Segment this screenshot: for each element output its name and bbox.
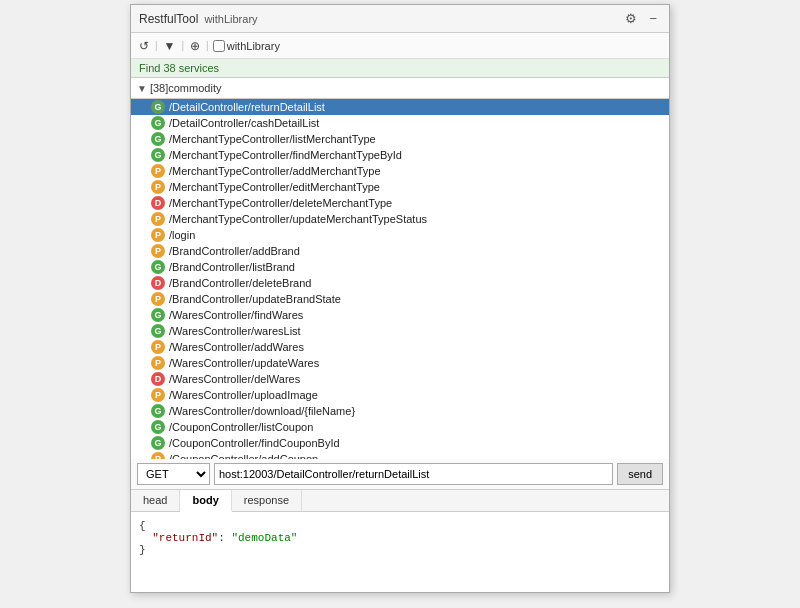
list-item[interactable]: G/WaresController/download/{fileName} <box>131 403 669 419</box>
service-path: /MerchantTypeController/findMerchantType… <box>169 149 402 161</box>
list-item[interactable]: D/BrandController/deleteBrand <box>131 275 669 291</box>
service-path: /CouponController/findCouponById <box>169 437 340 449</box>
search-bar: Find 38 services <box>131 59 669 78</box>
toolbar: ↺ | ▼ | ⊕ | withLibrary <box>131 33 669 59</box>
method-badge: P <box>151 244 165 258</box>
tree-section: ▼ [38]commodity <box>131 78 669 99</box>
separator-1: | <box>155 40 158 51</box>
method-badge: D <box>151 196 165 210</box>
method-badge: P <box>151 388 165 402</box>
method-badge: P <box>151 180 165 194</box>
with-library-toolbar-label: withLibrary <box>227 40 280 52</box>
app-title: RestfulTool <box>139 12 198 26</box>
method-select[interactable]: GET POST PUT DELETE <box>137 463 210 485</box>
tab-head[interactable]: head <box>131 490 180 511</box>
method-badge: P <box>151 292 165 306</box>
service-path: /BrandController/listBrand <box>169 261 295 273</box>
service-path: /MerchantTypeController/listMerchantType <box>169 133 376 145</box>
method-badge: G <box>151 116 165 130</box>
tab-body[interactable]: body <box>180 490 231 512</box>
list-item[interactable]: P/BrandController/addBrand <box>131 243 669 259</box>
method-badge: D <box>151 276 165 290</box>
list-item[interactable]: G/CouponController/listCoupon <box>131 419 669 435</box>
list-item[interactable]: G/WaresController/waresList <box>131 323 669 339</box>
titlebar-actions: ⚙ − <box>621 11 661 26</box>
send-button[interactable]: send <box>617 463 663 485</box>
list-item[interactable]: P/WaresController/uploadImage <box>131 387 669 403</box>
url-input[interactable] <box>214 463 613 485</box>
service-path: /BrandController/updateBrandState <box>169 293 341 305</box>
list-item[interactable]: G/DetailController/returnDetailList <box>131 99 669 115</box>
json-colon: : <box>218 532 231 544</box>
list-item[interactable]: P/MerchantTypeController/updateMerchantT… <box>131 211 669 227</box>
list-item[interactable]: G/CouponController/findCouponById <box>131 435 669 451</box>
settings-button[interactable]: ⚙ <box>621 11 641 26</box>
list-item[interactable]: G/MerchantTypeController/listMerchantTyp… <box>131 131 669 147</box>
scan-icon[interactable]: ⊕ <box>188 38 202 54</box>
method-badge: G <box>151 436 165 450</box>
service-path: /MerchantTypeController/updateMerchantTy… <box>169 213 427 225</box>
service-list: G/DetailController/returnDetailListG/Det… <box>131 99 669 459</box>
service-path: /DetailController/cashDetailList <box>169 117 319 129</box>
json-key-returnid: "returnId" <box>139 532 218 544</box>
with-library-checkbox[interactable] <box>213 40 225 52</box>
service-path: /BrandController/deleteBrand <box>169 277 311 289</box>
service-path: /WaresController/download/{fileName} <box>169 405 355 417</box>
method-badge: G <box>151 420 165 434</box>
list-item[interactable]: P/MerchantTypeController/addMerchantType <box>131 163 669 179</box>
json-val-returnid: "demoData" <box>231 532 297 544</box>
list-item[interactable]: G/DetailController/cashDetailList <box>131 115 669 131</box>
service-path: /CouponController/listCoupon <box>169 421 313 433</box>
tree-group-header[interactable]: ▼ [38]commodity <box>131 80 669 96</box>
with-library-label: withLibrary <box>204 13 257 25</box>
method-badge: P <box>151 212 165 226</box>
service-path: /MerchantTypeController/editMerchantType <box>169 181 380 193</box>
with-library-toggle[interactable]: withLibrary <box>213 40 280 52</box>
service-path: /WaresController/delWares <box>169 373 300 385</box>
method-badge: P <box>151 340 165 354</box>
titlebar-left: RestfulTool withLibrary <box>139 12 258 26</box>
list-item[interactable]: P/MerchantTypeController/editMerchantTyp… <box>131 179 669 195</box>
request-bar: GET POST PUT DELETE send <box>131 459 669 490</box>
service-path: /WaresController/uploadImage <box>169 389 318 401</box>
tree-arrow-icon: ▼ <box>137 83 147 94</box>
method-badge: G <box>151 404 165 418</box>
separator-2: | <box>182 40 185 51</box>
method-badge: P <box>151 164 165 178</box>
service-path: /MerchantTypeController/deleteMerchantTy… <box>169 197 392 209</box>
list-item[interactable]: P/WaresController/updateWares <box>131 355 669 371</box>
service-path: /WaresController/addWares <box>169 341 304 353</box>
method-badge: D <box>151 372 165 386</box>
json-line-2: "returnId": "demoData" <box>139 532 661 544</box>
service-path: /WaresController/updateWares <box>169 357 319 369</box>
service-path: /WaresController/waresList <box>169 325 301 337</box>
refresh-icon[interactable]: ↺ <box>137 38 151 54</box>
method-badge: G <box>151 132 165 146</box>
method-badge: G <box>151 260 165 274</box>
tree-group-label: [38]commodity <box>150 82 222 94</box>
method-badge: P <box>151 356 165 370</box>
method-badge: P <box>151 228 165 242</box>
method-badge: G <box>151 100 165 114</box>
method-badge: G <box>151 324 165 338</box>
tab-response[interactable]: response <box>232 490 302 511</box>
search-result-label: Find 38 services <box>139 62 219 74</box>
list-item[interactable]: P/CouponController/addCoupon <box>131 451 669 459</box>
body-panel: { "returnId": "demoData" } <box>131 512 669 592</box>
list-item[interactable]: G/WaresController/findWares <box>131 307 669 323</box>
main-window: RestfulTool withLibrary ⚙ − ↺ | ▼ | ⊕ | … <box>130 4 670 593</box>
list-item[interactable]: P/WaresController/addWares <box>131 339 669 355</box>
json-brace-open: { <box>139 520 146 532</box>
list-item[interactable]: D/MerchantTypeController/deleteMerchantT… <box>131 195 669 211</box>
json-line-1: { <box>139 520 661 532</box>
minimize-button[interactable]: − <box>645 11 661 26</box>
service-path: /login <box>169 229 195 241</box>
list-item[interactable]: P/BrandController/updateBrandState <box>131 291 669 307</box>
list-item[interactable]: D/WaresController/delWares <box>131 371 669 387</box>
list-item[interactable]: P/login <box>131 227 669 243</box>
filter-icon[interactable]: ▼ <box>162 38 178 54</box>
list-item[interactable]: G/BrandController/listBrand <box>131 259 669 275</box>
service-path: /DetailController/returnDetailList <box>169 101 325 113</box>
titlebar: RestfulTool withLibrary ⚙ − <box>131 5 669 33</box>
list-item[interactable]: G/MerchantTypeController/findMerchantTyp… <box>131 147 669 163</box>
